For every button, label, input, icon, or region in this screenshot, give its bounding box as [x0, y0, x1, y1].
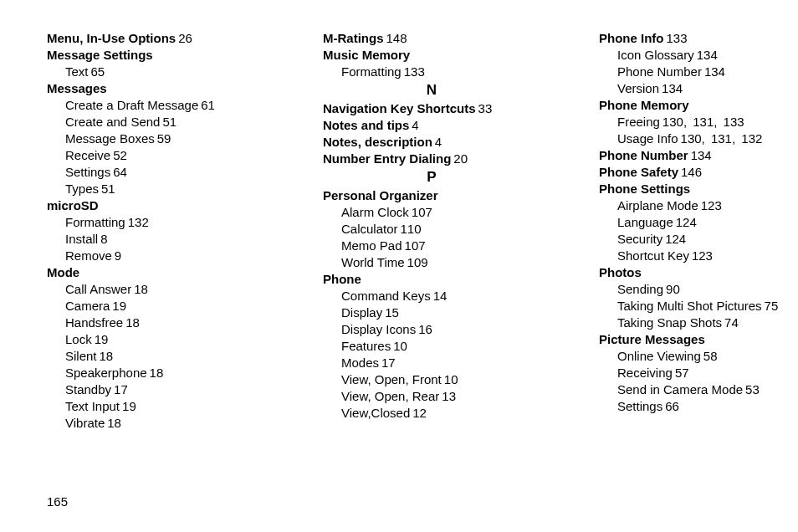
- index-topic-head: Music Memory: [323, 48, 410, 62]
- index-topic: Phone Info133: [599, 30, 798, 47]
- index-subentry: Shortcut Key123: [617, 248, 798, 264]
- index-page-ref: 10: [393, 339, 407, 353]
- index-page-ref: 14: [433, 289, 448, 303]
- index-subentry: Alarm Clock107: [341, 204, 540, 221]
- index-subentry-text: Airplane Mode: [617, 198, 698, 212]
- index-subentry-text: Text Input: [65, 399, 120, 413]
- index-page-ref: 57: [675, 366, 689, 380]
- index-subentry: World Time109: [341, 254, 540, 271]
- index-page-ref: 148: [386, 31, 407, 45]
- index-topic-head: Photos: [599, 265, 642, 279]
- index-subentry: Online Viewing58: [617, 348, 798, 365]
- index-subentry: Phone Number134: [617, 64, 798, 80]
- index-subentry-text: Silent: [65, 349, 97, 363]
- index-subentry: Types51: [65, 181, 264, 197]
- index-subentry: Silent18: [65, 348, 264, 365]
- index-page-ref: 18: [134, 282, 148, 296]
- index-subentry: Text65: [65, 64, 264, 80]
- index-topic: Number Entry Dialing20: [323, 151, 540, 167]
- index-page-ref: 51: [101, 182, 115, 196]
- index-page-ref: 146: [681, 165, 702, 179]
- index-subentry-text: Formatting: [341, 64, 402, 79]
- index-subentry-text: Settings: [617, 399, 662, 413]
- index-topic: Menu, In-Use Options26: [47, 30, 264, 47]
- index-subentry-text: World Time: [341, 255, 405, 269]
- index-page-ref: 51: [162, 115, 176, 129]
- index-subentry-text: Handsfree: [65, 315, 123, 330]
- index-topic: Mode: [47, 264, 264, 281]
- index-page-ref: 19: [122, 399, 136, 413]
- index-subentry-text: Alarm Clock: [341, 205, 409, 219]
- index-subentry: View, Open, Rear13: [341, 388, 540, 405]
- index-subentry-text: Call Answer: [65, 282, 131, 296]
- index-subentry-text: Sending: [617, 282, 663, 296]
- index-topic: Picture Messages: [599, 331, 798, 348]
- index-topic: M-Ratings148: [323, 30, 540, 47]
- index-subentry: Lock19: [65, 331, 264, 348]
- index-topic: Message Settings: [47, 47, 264, 64]
- index-topic-head: Phone Safety: [599, 165, 678, 179]
- index-page-ref: 10: [444, 372, 458, 386]
- index-topic-head: Navigation Key Shortcuts: [323, 101, 476, 115]
- index-subentry: Standby17: [65, 381, 264, 398]
- index-page-ref: 134: [704, 64, 725, 79]
- index-page-ref: 65: [91, 64, 105, 79]
- index-page-ref: 132: [128, 215, 149, 229]
- index-topic: Phone Number134: [599, 147, 798, 164]
- index-topic-head: Personal Organizer: [323, 188, 438, 202]
- index-subentry: Usage Info130, 131, 132: [617, 130, 798, 147]
- index-subentry-text: Version: [617, 81, 659, 95]
- index-page-ref: 4: [412, 118, 418, 132]
- index-topic-head: Message Settings: [47, 48, 153, 62]
- index-subentry: Speakerphone18: [65, 365, 264, 381]
- index-subentry-text: Text: [65, 64, 89, 79]
- index-subentry: Message Boxes59: [65, 130, 264, 147]
- index-subentry-text: Send in Camera Mode: [617, 382, 743, 396]
- index-subentry-text: Display Icons: [341, 322, 416, 336]
- index-subentry-text: Vibrate: [65, 416, 105, 430]
- index-topic: Navigation Key Shortcuts33: [323, 100, 540, 117]
- index-page-ref: 64: [113, 165, 127, 179]
- index-page-ref: 74: [724, 315, 739, 330]
- index-page-ref: 107: [405, 238, 426, 253]
- index-page-ref: 59: [157, 131, 171, 146]
- index-page-ref: 53: [745, 382, 760, 396]
- index-topic-head: Phone Settings: [599, 182, 690, 196]
- index-subentry: Receive52: [65, 147, 264, 164]
- index-subentry-text: Receiving: [617, 366, 673, 380]
- index-page-sep: ,: [683, 115, 690, 129]
- index-subentry-text: Shortcut Key: [617, 248, 689, 263]
- index-subentry: Camera19: [65, 298, 264, 315]
- index-page-ref: 17: [114, 382, 128, 396]
- index-page-ref: 124: [665, 232, 686, 246]
- index-page-ref: 90: [666, 282, 680, 296]
- index-topic: Messages: [47, 80, 264, 97]
- index-page-ref: 123: [701, 198, 722, 212]
- index-subentry-text: Memo Pad: [341, 238, 402, 253]
- index-topic: microSD: [47, 197, 264, 214]
- index-subentry-text: Calculator: [341, 222, 398, 236]
- index-page-ref: 130: [662, 115, 683, 129]
- index-subentry: Language124: [617, 214, 798, 231]
- index-page-ref: 16: [418, 322, 432, 336]
- index-topic-head: Phone Number: [599, 148, 688, 162]
- index-page-ref: 58: [703, 349, 718, 363]
- index-subentry: Handsfree18: [65, 315, 264, 331]
- index-page-ref: 18: [100, 349, 114, 363]
- index-topic-head: Notes and tips: [323, 118, 409, 132]
- index-subentry-text: Phone Number: [617, 64, 702, 79]
- index-page-ref: 18: [125, 315, 140, 330]
- index-page-ref: 4: [435, 135, 442, 149]
- index-page-ref: 19: [95, 332, 109, 346]
- index-subentry: View,Closed12: [341, 405, 540, 422]
- index-topic-head: Phone: [323, 272, 361, 286]
- index-subentry: Icon Glossary134: [617, 47, 798, 64]
- index-subentry-text: Standby: [65, 382, 111, 396]
- index-subentry-text: Command Keys: [341, 289, 431, 303]
- index-page-ref: 8: [100, 232, 107, 246]
- index-page-sep: ,: [732, 131, 739, 146]
- index-letter-heading: N: [323, 82, 540, 99]
- index-topic: Photos: [599, 264, 798, 281]
- index-subentry: Settings66: [617, 398, 798, 415]
- index-subentry: Call Answer18: [65, 281, 264, 298]
